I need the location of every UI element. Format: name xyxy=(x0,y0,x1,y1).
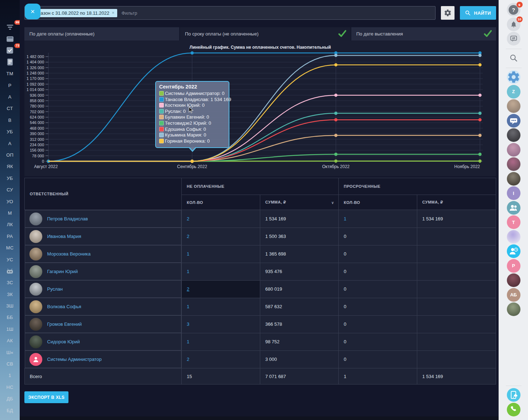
sidebar-group-су[interactable]: СУ xyxy=(7,184,13,195)
sidebar-group-св[interactable]: СВ xyxy=(6,358,13,369)
remove-tag-icon[interactable]: × xyxy=(112,10,114,15)
two-people-button[interactable] xyxy=(507,201,520,215)
sidebar-group-зк[interactable]: ЗК xyxy=(7,288,13,300)
unpaid-count-link[interactable]: 1 xyxy=(187,304,189,309)
sidebar-group-label: СУ xyxy=(7,187,13,192)
search-button[interactable] xyxy=(507,51,520,65)
sidebar-group-нс[interactable]: НС xyxy=(6,381,13,393)
rail-avatar-photo[interactable] xyxy=(507,302,520,316)
phone-button[interactable] xyxy=(507,403,520,416)
sidebar-group-дб[interactable]: ДБ xyxy=(7,393,13,405)
rail-avatar-photo[interactable] xyxy=(507,230,520,244)
person-clock-button[interactable] xyxy=(507,244,520,258)
sidebar-group-в[interactable]: В xyxy=(8,114,11,126)
responsible-name-link[interactable]: Сидоров Юрий xyxy=(47,339,80,344)
rail-avatar-letter[interactable]: Z xyxy=(507,85,520,99)
sidebar-group-м[interactable]: М xyxy=(8,207,12,219)
tab-3[interactable]: По дате выставления xyxy=(351,27,496,40)
bell-button[interactable]: 10 xyxy=(507,18,520,31)
unpaid-count-link[interactable]: 2 xyxy=(187,216,189,221)
col-header-unpaid-count[interactable]: КОЛ-ВО xyxy=(182,195,260,210)
sidebar-group-ус[interactable]: УС xyxy=(6,254,13,265)
responsible-name-link[interactable]: Петров Владислав xyxy=(47,216,88,221)
rail-avatar-photo[interactable] xyxy=(507,157,520,171)
unpaid-count-link[interactable]: 1 xyxy=(187,269,189,274)
responsible-name-link[interactable]: Волкова Софья xyxy=(47,304,81,309)
sidebar-group-бд[interactable]: БД xyxy=(7,405,13,416)
tab-1[interactable]: По дате оплаты (оплаченные) xyxy=(24,27,179,40)
responsible-name-link[interactable]: Иванова Мария xyxy=(47,234,81,239)
sidebar-group-1[interactable]: 1 xyxy=(9,370,11,381)
sidebar-group-ст[interactable]: СТ xyxy=(7,103,13,114)
rail-avatar-photo[interactable] xyxy=(507,273,520,287)
sidebar-group-оп[interactable]: ОП xyxy=(6,149,13,161)
integration-gear-button[interactable] xyxy=(507,70,520,84)
group-chat-button[interactable] xyxy=(507,114,520,128)
sidebar-group-як[interactable]: ЯК xyxy=(7,161,13,172)
sidebar-group-бб[interactable]: ББ xyxy=(7,312,13,323)
responsible-name-link[interactable]: Морозова Вероника xyxy=(47,251,91,257)
sidebar-group-зш[interactable]: ЗШ xyxy=(6,300,13,311)
mobile-sync-button[interactable] xyxy=(507,388,520,402)
sidebar-group-р[interactable]: Р xyxy=(8,80,11,91)
sidebar-card-button[interactable] xyxy=(6,33,14,44)
sidebar-group-лк[interactable]: ЛК xyxy=(7,219,13,230)
col-header-overdue-sum[interactable]: СУММА, ₽ xyxy=(417,195,496,210)
rail-avatar-photo[interactable] xyxy=(507,172,520,186)
sidebar-tasks-button[interactable]: 73 xyxy=(6,45,13,56)
rail-avatar-photo[interactable] xyxy=(507,143,520,157)
group-chat-icon xyxy=(507,114,520,128)
sidebar-group-ш«[interactable]: Ш« xyxy=(6,347,14,358)
rail-avatar-photo[interactable] xyxy=(507,99,520,113)
sidebar-group-label: Ш« xyxy=(6,350,14,355)
tab-2[interactable]: По сроку оплаты (не оплаченные) xyxy=(180,27,351,40)
unpaid-count-link[interactable]: 2 xyxy=(187,357,189,362)
unpaid-count-link[interactable]: 1 xyxy=(187,251,189,257)
col-header-overdue-count[interactable]: КОЛ-ВО xyxy=(339,195,417,210)
responsible-name-link[interactable]: Руслан xyxy=(47,286,63,292)
responsible-name-link[interactable]: Громов Евгений xyxy=(47,321,82,327)
unpaid-count-link[interactable]: 2 xyxy=(187,286,189,292)
sidebar-group-label: А xyxy=(8,141,11,146)
line-chart[interactable]: 1 482 0001 404 0001 326 0001 248 0001 17… xyxy=(24,40,496,172)
help-button[interactable]: ?9 xyxy=(507,3,520,16)
sidebar-group-уб[interactable]: УБ xyxy=(7,172,13,184)
sidebar-group-зс[interactable]: ЗС xyxy=(7,277,13,288)
col-header-unpaid-sum[interactable]: СУММА, ₽ ∨ xyxy=(260,195,339,210)
responsible-name-link[interactable]: Системы Администратор xyxy=(47,357,102,362)
unpaid-count-link[interactable]: 1 xyxy=(187,339,189,344)
sidebar-group-1ш[interactable]: 1Ш xyxy=(6,323,14,335)
overdue-sum-cell: 1 534 169 xyxy=(417,210,496,228)
unpaid-sum-cell: 935 476 xyxy=(260,263,339,280)
sidebar-group-уб[interactable]: УБ xyxy=(7,126,13,138)
filter-input[interactable]: Диапазон с 31.08.2022 по 18.11.2022 × Фи… xyxy=(24,6,436,20)
search-button[interactable]: НАЙТИ xyxy=(460,6,496,20)
unpaid-sum-cell: 1 365 698 xyxy=(260,245,339,263)
sidebar-group-а[interactable]: А xyxy=(8,91,11,102)
sidebar-group-ра[interactable]: РА xyxy=(7,230,13,242)
sidebar-group-уо[interactable]: УО xyxy=(6,196,13,207)
close-panel-button[interactable]: × xyxy=(25,4,41,19)
col-header-responsible[interactable]: ОТВЕТСТВЕННЫЙ xyxy=(25,178,182,210)
settings-button[interactable] xyxy=(441,6,455,20)
rail-avatar-letter[interactable]: P xyxy=(507,259,520,273)
rail-avatar-letter[interactable]: АБ xyxy=(507,288,520,302)
responsible-name-link[interactable]: Гагарин Юрий xyxy=(47,269,78,274)
sidebar-group-ак[interactable]: АК xyxy=(7,335,13,347)
rail-avatar-letter[interactable]: T xyxy=(507,215,520,229)
rail-avatar-photo[interactable] xyxy=(507,128,520,142)
chat-settings-button[interactable] xyxy=(507,32,520,46)
overdue-count-link[interactable]: 1 xyxy=(344,216,346,221)
sidebar-group-мс[interactable]: МС xyxy=(6,242,14,253)
sidebar-document-button[interactable] xyxy=(7,56,13,68)
sidebar-group-тм[interactable]: ТМ xyxy=(6,68,13,80)
unpaid-count-link[interactable]: 3 xyxy=(187,321,189,327)
sidebar-group-бд[interactable]: БД xyxy=(7,416,13,420)
export-xls-button[interactable]: ЭКСПОРТ В XLS xyxy=(24,391,68,403)
unpaid-count-link[interactable]: 2 xyxy=(187,234,189,239)
avatar-photo xyxy=(507,99,520,113)
sidebar-filter-button[interactable]: 99+ xyxy=(6,22,14,33)
rail-avatar-letter[interactable]: I xyxy=(507,186,520,200)
sidebar-group-а[interactable]: А xyxy=(8,138,11,149)
sidebar-robot-icon[interactable] xyxy=(6,265,13,277)
